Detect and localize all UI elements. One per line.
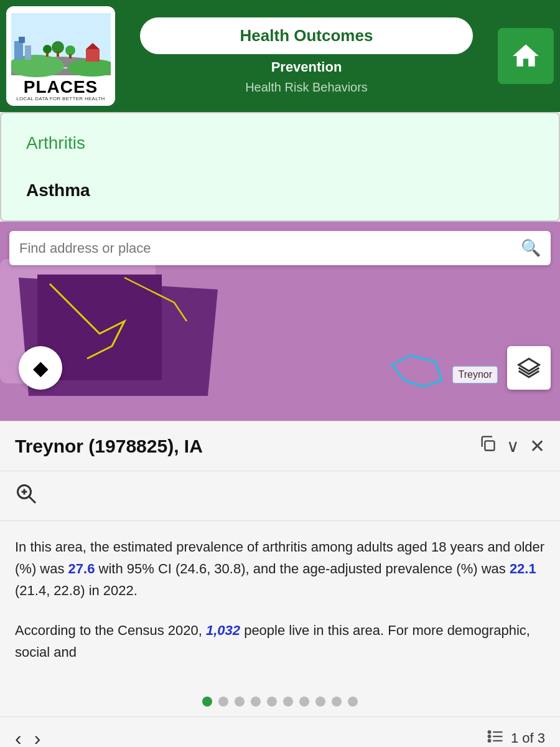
popup-text-body2: with 95% CI (24.6, 30.8), and the age-ad… (95, 561, 509, 576)
svg-point-24 (488, 731, 491, 734)
popup-title: Treynor (1978825), IA (15, 436, 469, 457)
page-info: 1 of 3 (487, 728, 545, 747)
popup-paragraph-2: According to the Census 2020, 1,032 peop… (15, 619, 545, 663)
svg-point-13 (43, 45, 52, 54)
dot-3[interactable] (235, 697, 245, 707)
compass-button[interactable]: ◆ (19, 346, 62, 390)
dot-9[interactable] (332, 697, 342, 707)
dot-10[interactable] (348, 697, 358, 707)
svg-point-25 (488, 736, 491, 738)
arthritis-option[interactable]: Arthritis (1, 120, 559, 167)
popup-content: In this area, the estimated prevalence o… (0, 521, 560, 690)
asthma-option[interactable]: Asthma (1, 167, 559, 214)
dot-6[interactable] (283, 697, 293, 707)
home-button[interactable] (498, 28, 554, 84)
svg-rect-12 (69, 54, 72, 59)
prev-button[interactable]: ‹ (15, 727, 22, 747)
header-nav: Health Outcomes Prevention Health Risk B… (115, 17, 498, 95)
svg-rect-10 (57, 52, 59, 57)
svg-marker-15 (392, 355, 442, 387)
compass-icon: ◆ (33, 356, 49, 380)
map-search-input[interactable] (19, 240, 521, 256)
svg-line-18 (29, 497, 35, 503)
popup-value3: 1,032 (206, 622, 240, 638)
svg-rect-14 (46, 53, 49, 57)
popup-paragraph-1: In this area, the estimated prevalence o… (15, 536, 545, 602)
map-search-bar: 🔍 (9, 231, 551, 265)
pagination-dots (0, 690, 560, 716)
layers-button[interactable] (507, 346, 551, 390)
dot-5[interactable] (267, 697, 277, 707)
chevron-down-icon[interactable]: ∨ (506, 436, 520, 456)
svg-point-11 (65, 45, 75, 55)
dot-8[interactable] (315, 697, 325, 707)
popup-header: Treynor (1978825), IA ∨ ✕ (0, 421, 560, 471)
svg-rect-16 (485, 441, 494, 450)
close-icon[interactable]: ✕ (530, 435, 545, 457)
popup-text-body4: According to the Census 2020, (15, 622, 206, 638)
dot-2[interactable] (218, 697, 228, 707)
popup-value1: 27.6 (68, 561, 95, 576)
zoom-icon[interactable] (15, 489, 37, 509)
map-treynor-label: Treynor (452, 366, 498, 383)
popup-value2: 22.1 (510, 561, 536, 576)
list-icon (487, 728, 505, 747)
page-number: 1 of 3 (511, 730, 545, 746)
map-container: 🔍 ◆ Treynor (0, 222, 560, 421)
logo-subtext: LOCAL DATA FOR BETTER HEALTH (16, 96, 105, 102)
info-popup: Treynor (1978825), IA ∨ ✕ In this area, … (0, 421, 560, 747)
dot-7[interactable] (299, 697, 309, 707)
copy-icon[interactable] (479, 435, 497, 457)
app-header: PLACES LOCAL DATA FOR BETTER HEALTH Heal… (0, 0, 560, 112)
next-button[interactable]: › (34, 727, 41, 747)
popup-footer: ‹ › 1 of 3 (0, 716, 560, 747)
svg-point-26 (488, 740, 491, 743)
svg-rect-7 (86, 49, 100, 62)
dot-1[interactable] (202, 697, 212, 707)
svg-rect-5 (19, 37, 25, 43)
svg-rect-6 (25, 45, 31, 60)
category-dropdown: Arthritis Asthma (0, 112, 560, 222)
svg-rect-4 (14, 41, 23, 60)
search-icon[interactable]: 🔍 (521, 238, 541, 258)
health-risk-nav-item[interactable]: Health Risk Behaviors (245, 80, 368, 95)
dot-4[interactable] (251, 697, 261, 707)
logo-text: PLACES (24, 78, 98, 96)
places-logo: PLACES LOCAL DATA FOR BETTER HEALTH (6, 6, 115, 106)
zoom-row (0, 471, 560, 521)
prevention-nav-item[interactable]: Prevention (271, 59, 342, 75)
popup-text-body3: (21.4, 22.8) in 2022. (15, 583, 138, 598)
health-outcomes-button[interactable]: Health Outcomes (140, 17, 474, 54)
